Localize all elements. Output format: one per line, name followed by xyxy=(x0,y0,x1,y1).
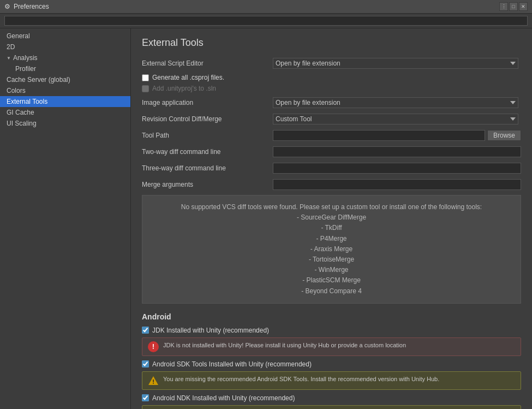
svg-text:!: ! xyxy=(152,378,154,385)
add-unityproj-label: Add .unityproj's to .sln xyxy=(152,85,216,92)
android-sdk-row: Android SDK Tools Installed with Unity (… xyxy=(142,360,521,368)
generate-csproj-row: Generate all .csproj files. xyxy=(142,74,521,81)
three-way-diff-control xyxy=(273,163,521,174)
add-unityproj-checkbox[interactable] xyxy=(142,85,149,92)
main-layout: General 2D ▼ Analysis Profiler Cache Ser… xyxy=(0,28,532,409)
window-title: Preferences xyxy=(14,3,49,10)
add-unityproj-row: Add .unityproj's to .sln xyxy=(142,85,521,92)
more-options-btn[interactable]: ⋮ xyxy=(499,2,508,11)
window-icon: ⚙ xyxy=(4,3,10,10)
sidebar-item-analysis-label: Analysis xyxy=(13,54,38,62)
generate-csproj-label: Generate all .csproj files. xyxy=(152,74,224,81)
tool-path-label: Tool Path xyxy=(142,132,273,139)
revision-control-label: Revision Control Diff/Merge xyxy=(142,115,273,123)
maximize-btn[interactable]: □ xyxy=(509,2,518,11)
sidebar-item-external-tools[interactable]: External Tools xyxy=(0,96,130,107)
revision-control-control: Custom Tool xyxy=(273,114,521,125)
two-way-diff-row: Two-way diff command line xyxy=(142,146,521,158)
tool-path-control: Browse xyxy=(273,130,521,141)
android-ndk-warning-box: ! You are missing the recommended Androi… xyxy=(142,405,521,409)
revision-control-select[interactable]: Custom Tool xyxy=(273,114,518,125)
vcs-tool-4: - Araxis Merge xyxy=(151,244,512,254)
sidebar-item-profiler[interactable]: Profiler xyxy=(0,63,130,74)
sidebar-item-2d[interactable]: 2D xyxy=(0,42,130,52)
warning-icon: ! xyxy=(148,375,159,386)
content-area: External Tools External Script Editor Op… xyxy=(131,28,532,409)
merge-arguments-row: Merge arguments xyxy=(142,179,521,191)
two-way-diff-label: Two-way diff command line xyxy=(142,148,273,156)
vcs-tool-2: - TkDiff xyxy=(151,223,512,233)
merge-arguments-label: Merge arguments xyxy=(142,181,273,188)
tool-path-browse-btn[interactable]: Browse xyxy=(487,130,521,141)
image-application-label: Image application xyxy=(142,99,273,106)
three-way-diff-input[interactable] xyxy=(273,163,521,174)
android-ndk-row: Android NDK Installed with Unity (recomm… xyxy=(142,394,521,402)
search-bar xyxy=(0,14,532,28)
android-sdk-checkbox[interactable] xyxy=(142,360,149,367)
android-ndk-checkbox[interactable] xyxy=(142,394,149,401)
revision-control-row: Revision Control Diff/Merge Custom Tool xyxy=(142,113,521,125)
jdk-error-text: JDK is not installed with Unity! Please … xyxy=(163,341,406,349)
sidebar: General 2D ▼ Analysis Profiler Cache Ser… xyxy=(0,28,131,409)
three-way-diff-row: Three-way diff command line xyxy=(142,162,521,174)
sidebar-item-ui-scaling[interactable]: UI Scaling xyxy=(0,118,130,129)
android-ndk-label: Android NDK Installed with Unity (recomm… xyxy=(152,394,295,402)
title-bar-controls: ⋮ □ ✕ xyxy=(499,2,528,11)
triangle-icon: ▼ xyxy=(7,56,11,61)
vcs-tool-7: - PlasticSCM Merge xyxy=(151,275,512,286)
sidebar-item-analysis[interactable]: ▼ Analysis xyxy=(0,52,130,63)
tool-path-row: Tool Path Browse xyxy=(142,129,521,141)
merge-arguments-control xyxy=(273,179,521,190)
merge-arguments-input[interactable] xyxy=(273,179,521,190)
sidebar-item-gi-cache[interactable]: GI Cache xyxy=(0,107,130,118)
android-sdk-warning-text: You are missing the recommended Android … xyxy=(163,375,439,383)
two-way-diff-control xyxy=(273,146,521,157)
sidebar-item-colors[interactable]: Colors xyxy=(0,85,130,96)
external-script-editor-row: External Script Editor Open by file exte… xyxy=(142,57,521,69)
image-application-row: Image application Open by file extension xyxy=(142,97,521,109)
external-script-editor-control: Open by file extension xyxy=(273,58,521,69)
image-application-control: Open by file extension xyxy=(273,97,521,108)
three-way-diff-label: Three-way diff command line xyxy=(142,164,273,172)
title-bar: ⚙ Preferences ⋮ □ ✕ xyxy=(0,0,532,14)
sidebar-item-general[interactable]: General xyxy=(0,31,130,42)
jdk-installed-checkbox[interactable] xyxy=(142,327,149,334)
vcs-tool-1: - SourceGear DiffMerge xyxy=(151,212,512,223)
external-script-editor-label: External Script Editor xyxy=(142,60,273,67)
android-sdk-label: Android SDK Tools Installed with Unity (… xyxy=(152,360,312,368)
close-btn[interactable]: ✕ xyxy=(519,2,528,11)
image-application-select[interactable]: Open by file extension xyxy=(273,97,518,108)
tool-path-input[interactable] xyxy=(273,130,485,141)
android-section: Android JDK Installed with Unity (recomm… xyxy=(142,312,521,409)
sidebar-item-cache-server[interactable]: Cache Server (global) xyxy=(0,74,130,85)
vcs-tools-list: - SourceGear DiffMerge - TkDiff - P4Merg… xyxy=(151,212,512,297)
vcs-tool-6: - WinMerge xyxy=(151,265,512,275)
vcs-tool-8: - Beyond Compare 4 xyxy=(151,286,512,297)
android-sdk-warning-box: ! You are missing the recommended Androi… xyxy=(142,371,521,390)
vcs-tool-3: - P4Merge xyxy=(151,234,512,244)
vcs-info-line1: No supported VCS diff tools were found. … xyxy=(151,202,512,212)
jdk-error-box: ! JDK is not installed with Unity! Pleas… xyxy=(142,337,521,356)
vcs-tool-5: - TortoiseMerge xyxy=(151,254,512,265)
jdk-installed-label: JDK Installed with Unity (recommended) xyxy=(152,327,269,334)
jdk-installed-row: JDK Installed with Unity (recommended) xyxy=(142,327,521,334)
android-title: Android xyxy=(142,312,521,321)
search-input[interactable] xyxy=(4,16,528,26)
two-way-diff-input[interactable] xyxy=(273,146,521,157)
vcs-info-box: No supported VCS diff tools were found. … xyxy=(142,195,521,304)
external-script-editor-select[interactable]: Open by file extension xyxy=(273,58,518,69)
error-icon: ! xyxy=(148,341,159,352)
generate-csproj-checkbox[interactable] xyxy=(142,74,149,81)
page-title: External Tools xyxy=(142,37,521,49)
